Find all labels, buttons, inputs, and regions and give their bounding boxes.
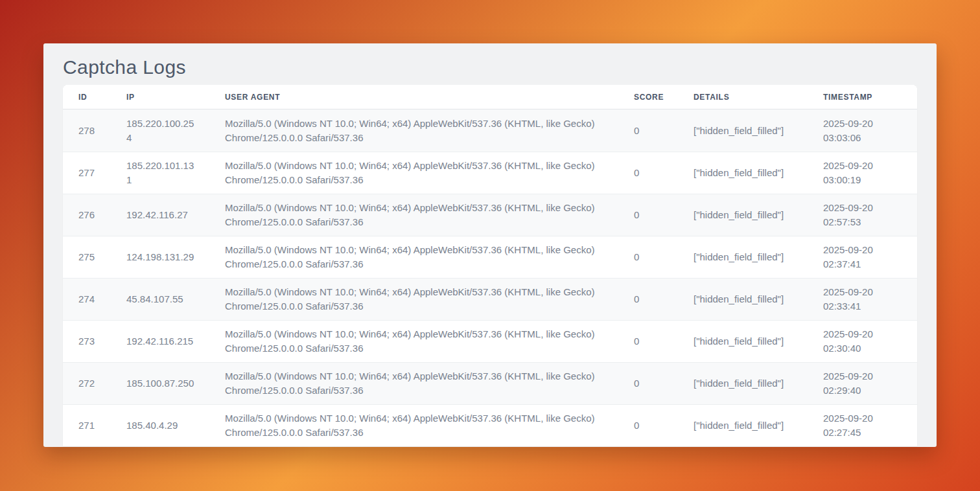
cell-user_agent: Mozilla/5.0 (Windows NT 10.0; Win64; x64… <box>209 362 618 404</box>
cell-timestamp: 2025-09-20 03:00:19 <box>808 152 917 194</box>
cell-ip: 185.220.100.254 <box>111 109 209 152</box>
cell-user_agent: Mozilla/5.0 (Windows NT 10.0; Win64; x64… <box>209 152 618 194</box>
cell-id: 272 <box>63 362 111 404</box>
cell-timestamp: 2025-09-20 02:33:41 <box>808 278 917 320</box>
cell-id: 276 <box>63 194 111 236</box>
cell-score: 0 <box>618 236 678 278</box>
column-header-score: SCORE <box>618 85 678 109</box>
cell-ip: 185.100.87.250 <box>111 362 209 404</box>
cell-details: ["hidden_field_filled"] <box>678 320 808 362</box>
cell-id: 274 <box>63 278 111 320</box>
cell-details: ["hidden_field_filled"] <box>678 194 808 236</box>
cell-user_agent: Mozilla/5.0 (Windows NT 10.0; Win64; x64… <box>209 278 618 320</box>
page-background: { "page": { "title": "Captcha Logs" }, "… <box>0 0 980 491</box>
cell-ip: 192.42.116.27 <box>111 194 209 236</box>
cell-details: ["hidden_field_filled"] <box>678 236 808 278</box>
column-header-user_agent: USER AGENT <box>209 85 618 109</box>
cell-score: 0 <box>618 404 678 446</box>
cell-ip: 192.42.116.215 <box>111 320 209 362</box>
cell-score: 0 <box>618 362 678 404</box>
table-row: 275124.198.131.29Mozilla/5.0 (Windows NT… <box>63 236 917 278</box>
cell-timestamp: 2025-09-20 02:27:45 <box>808 404 917 446</box>
cell-details: ["hidden_field_filled"] <box>678 109 808 152</box>
cell-ip: 185.220.101.131 <box>111 152 209 194</box>
cell-details: ["hidden_field_filled"] <box>678 362 808 404</box>
table-row: 278185.220.100.254Mozilla/5.0 (Windows N… <box>63 109 917 152</box>
cell-details: ["hidden_field_filled"] <box>678 152 808 194</box>
cell-score: 0 <box>618 152 678 194</box>
cell-user_agent: Mozilla/5.0 (Windows NT 10.0; Win64; x64… <box>209 320 618 362</box>
cell-ip: 185.40.4.29 <box>111 404 209 446</box>
cell-score: 0 <box>618 320 678 362</box>
cell-user_agent: Mozilla/5.0 (Windows NT 10.0; Win64; x64… <box>209 109 618 152</box>
cell-id: 278 <box>63 109 111 152</box>
column-header-ip: IP <box>111 85 209 109</box>
cell-timestamp: 2025-09-20 03:03:06 <box>808 109 917 152</box>
table-body: 278185.220.100.254Mozilla/5.0 (Windows N… <box>63 109 917 446</box>
cell-id: 277 <box>63 152 111 194</box>
cell-id: 271 <box>63 404 111 446</box>
cell-id: 273 <box>63 320 111 362</box>
table-row: 277185.220.101.131Mozilla/5.0 (Windows N… <box>63 152 917 194</box>
cell-details: ["hidden_field_filled"] <box>678 404 808 446</box>
cell-timestamp: 2025-09-20 02:57:53 <box>808 194 917 236</box>
table-row: 276192.42.116.27Mozilla/5.0 (Windows NT … <box>63 194 917 236</box>
log-table-container: IDIPUSER AGENTSCOREDETAILSTIMESTAMP 2781… <box>63 85 917 446</box>
cell-score: 0 <box>618 194 678 236</box>
table-row: 272185.100.87.250Mozilla/5.0 (Windows NT… <box>63 362 917 404</box>
cell-score: 0 <box>618 109 678 152</box>
cell-timestamp: 2025-09-20 02:29:40 <box>808 362 917 404</box>
column-header-timestamp: TIMESTAMP <box>808 85 917 109</box>
table-row: 271185.40.4.29Mozilla/5.0 (Windows NT 10… <box>63 404 917 446</box>
table-row: 273192.42.116.215Mozilla/5.0 (Windows NT… <box>63 320 917 362</box>
cell-details: ["hidden_field_filled"] <box>678 278 808 320</box>
cell-timestamp: 2025-09-20 02:30:40 <box>808 320 917 362</box>
header-row: IDIPUSER AGENTSCOREDETAILSTIMESTAMP <box>63 85 917 109</box>
cell-score: 0 <box>618 278 678 320</box>
column-header-id: ID <box>63 85 111 109</box>
cell-ip: 124.198.131.29 <box>111 236 209 278</box>
table-row: 27445.84.107.55Mozilla/5.0 (Windows NT 1… <box>63 278 917 320</box>
table-header: IDIPUSER AGENTSCOREDETAILSTIMESTAMP <box>63 85 917 109</box>
cell-user_agent: Mozilla/5.0 (Windows NT 10.0; Win64; x64… <box>209 236 618 278</box>
cell-id: 275 <box>63 236 111 278</box>
cell-user_agent: Mozilla/5.0 (Windows NT 10.0; Win64; x64… <box>209 404 618 446</box>
cell-user_agent: Mozilla/5.0 (Windows NT 10.0; Win64; x64… <box>209 194 618 236</box>
captcha-logs-card: Captcha Logs IDIPUSER AGENTSCOREDETAILST… <box>43 43 937 447</box>
column-header-details: DETAILS <box>678 85 808 109</box>
cell-timestamp: 2025-09-20 02:37:41 <box>808 236 917 278</box>
captcha-log-table: IDIPUSER AGENTSCOREDETAILSTIMESTAMP 2781… <box>63 85 917 446</box>
page-title: Captcha Logs <box>63 43 917 85</box>
cell-ip: 45.84.107.55 <box>111 278 209 320</box>
